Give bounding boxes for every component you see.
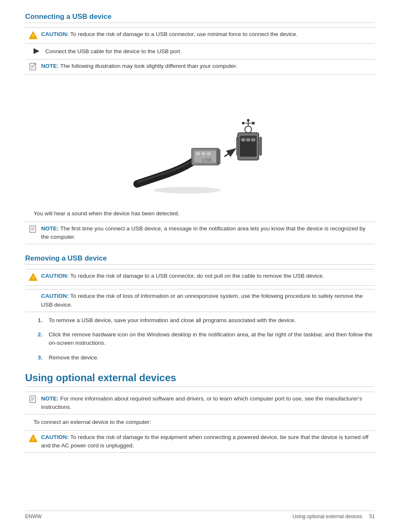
svg-rect-13 bbox=[207, 152, 211, 155]
svg-rect-28 bbox=[252, 122, 255, 124]
removing-caution-label-1: CAUTION: bbox=[41, 273, 69, 279]
note-label-1: NOTE: bbox=[41, 63, 59, 69]
svg-rect-21 bbox=[252, 139, 255, 141]
using-optional-title: Using optional external devices bbox=[25, 372, 375, 387]
using-optional-caution: ! CAUTION: To reduce the risk of damage … bbox=[25, 430, 375, 453]
svg-point-27 bbox=[242, 122, 244, 124]
removing-caution-label-2: CAUTION: bbox=[41, 293, 69, 299]
connecting-usb-title: Connecting a USB device bbox=[25, 13, 375, 23]
caution-triangle-icon: ! bbox=[29, 31, 38, 41]
svg-text:!: ! bbox=[32, 275, 34, 280]
using-optional-body: To connect an external device to the com… bbox=[34, 418, 375, 427]
using-note-text: For more information about required soft… bbox=[41, 395, 362, 410]
removing-caution-text-1: To reduce the risk of damage to a USB co… bbox=[70, 273, 325, 279]
caution-text-1: To reduce the risk of damage to a USB co… bbox=[70, 31, 298, 37]
connecting-body-text: You will hear a sound when the device ha… bbox=[34, 209, 375, 218]
removing-caution-icon-1: ! bbox=[29, 272, 38, 283]
removing-usb-section: Removing a USB device ! CAUTION: To redu… bbox=[25, 254, 375, 362]
note-icon-1 bbox=[29, 62, 38, 72]
footer-right: Using optional external devices 51 bbox=[293, 514, 375, 519]
connect-usb-text: Connect the USB cable for the device to … bbox=[45, 47, 182, 56]
step-num-1: 1. bbox=[38, 316, 44, 325]
using-caution-text: To reduce the risk of damage to the equi… bbox=[41, 434, 369, 449]
page-number: 51 bbox=[369, 514, 375, 519]
removing-step-1: 1. To remove a USB device, save your inf… bbox=[38, 316, 375, 325]
caution-label-1: CAUTION: bbox=[41, 31, 69, 37]
removing-caution-2: CAUTION: To reduce the risk of loss of i… bbox=[25, 289, 375, 312]
step-num-2: 2. bbox=[38, 331, 44, 348]
step-text-3: Remove the device. bbox=[49, 354, 99, 362]
removing-step-2: 2. Click the remove hardware icon on the… bbox=[38, 331, 375, 348]
removing-caution-1: ! CAUTION: To reduce the risk of damage … bbox=[25, 269, 375, 286]
using-caution-icon: ! bbox=[29, 434, 38, 444]
svg-point-29 bbox=[247, 119, 249, 121]
note-text-2: The first time you connect a USB device,… bbox=[41, 225, 365, 240]
svg-point-24 bbox=[245, 126, 252, 133]
svg-rect-12 bbox=[201, 152, 205, 155]
svg-marker-2 bbox=[34, 48, 39, 54]
connecting-note-1: NOTE: The following illustration may loo… bbox=[25, 59, 375, 75]
note-icon-2 bbox=[29, 225, 38, 235]
svg-rect-20 bbox=[247, 139, 250, 141]
connecting-note-2: NOTE: The first time you connect a USB d… bbox=[25, 222, 375, 245]
note-text-1: The following illustration may look slig… bbox=[60, 63, 237, 69]
using-optional-section: Using optional external devices NOTE: Fo… bbox=[25, 372, 375, 453]
svg-rect-11 bbox=[196, 152, 200, 155]
using-optional-note-1: NOTE: For more information about require… bbox=[25, 392, 375, 415]
step-text-2: Click the remove hardware icon on the Wi… bbox=[49, 331, 375, 348]
removing-step-3: 3. Remove the device. bbox=[38, 354, 375, 362]
svg-rect-22 bbox=[236, 137, 239, 155]
removing-caution-text-2: To reduce the risk of loss of informatio… bbox=[41, 293, 363, 307]
usb-illustration: USB bbox=[25, 83, 375, 201]
using-note-icon bbox=[29, 395, 38, 405]
step-text-1: To remove a USB device, save your inform… bbox=[49, 316, 296, 325]
using-note-label: NOTE: bbox=[41, 395, 59, 402]
connecting-caution-1: ! CAUTION: To reduce the risk of damage … bbox=[25, 27, 375, 44]
using-caution-label: CAUTION: bbox=[41, 434, 69, 440]
arrow-step-icon bbox=[34, 48, 41, 55]
svg-rect-23 bbox=[260, 137, 262, 155]
note-label-2: NOTE: bbox=[41, 225, 59, 232]
svg-text:USB: USB bbox=[202, 158, 212, 163]
svg-text:!: ! bbox=[32, 34, 34, 39]
page-footer: ENWW Using optional external devices 51 bbox=[25, 511, 375, 519]
step-num-3: 3. bbox=[38, 354, 44, 362]
connect-usb-step: Connect the USB cable for the device to … bbox=[34, 47, 375, 56]
svg-line-30 bbox=[224, 150, 234, 157]
connecting-usb-section: Connecting a USB device ! CAUTION: To re… bbox=[25, 13, 375, 244]
svg-point-31 bbox=[154, 187, 221, 194]
svg-text:!: ! bbox=[32, 436, 34, 442]
svg-rect-15 bbox=[217, 150, 220, 164]
svg-rect-19 bbox=[242, 139, 245, 141]
removing-usb-title: Removing a USB device bbox=[25, 254, 375, 265]
removing-steps-list: 1. To remove a USB device, save your inf… bbox=[38, 316, 375, 362]
footer-left: ENWW bbox=[25, 514, 42, 519]
